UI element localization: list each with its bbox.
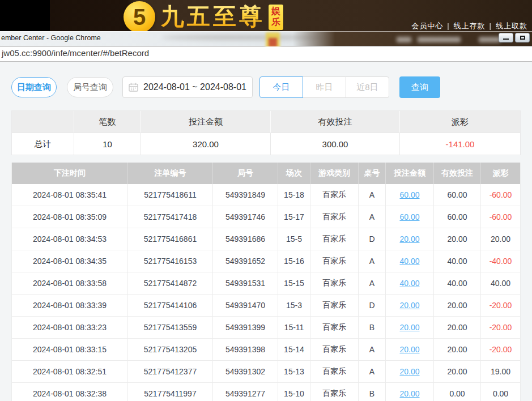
badge-char: 乐 bbox=[271, 17, 280, 27]
cell-valid-bet: 20.00 bbox=[434, 228, 481, 250]
url-text: jw05.cc:9900/infe/mcenter/#/betRecord bbox=[0, 46, 532, 58]
date-range-input[interactable]: 2024-08-01 ~ 2024-08-01 bbox=[122, 76, 253, 98]
cell-valid-bet: 60.00 bbox=[434, 184, 481, 206]
cell-session: 15-16 bbox=[278, 250, 310, 272]
cell-valid-bet: 60.00 bbox=[434, 206, 481, 228]
quick-today-button[interactable]: 今日 bbox=[259, 76, 303, 98]
cell-table-number: A bbox=[359, 361, 386, 382]
cell-game-type: 百家乐 bbox=[310, 206, 359, 228]
quick-yesterday-button[interactable]: 昨日 bbox=[303, 76, 346, 98]
bet-amount-link[interactable]: 60.00 bbox=[399, 212, 419, 221]
maximize-icon bbox=[520, 36, 525, 40]
header-table-number: 桌号 bbox=[359, 163, 386, 184]
cell-game-type: 百家乐 bbox=[310, 250, 359, 272]
bet-amount-link[interactable]: 20.00 bbox=[399, 323, 419, 332]
tab-date-query[interactable]: 日期查询 bbox=[11, 77, 57, 97]
cell-payout: 0.00 bbox=[481, 383, 520, 401]
cell-game-type: 百家乐 bbox=[310, 184, 359, 206]
cell-round-number: 549391686 bbox=[213, 228, 278, 250]
corner-black-box bbox=[0, 0, 50, 31]
summary-count-value: 10 bbox=[74, 133, 141, 155]
table-row: 2024-08-01 08:33:39 521775414106 5493914… bbox=[12, 295, 520, 317]
nav-online-deposit[interactable]: 线上存款 bbox=[454, 22, 486, 30]
nav-member-center[interactable]: 会员中心 bbox=[411, 22, 443, 30]
cell-valid-bet: 20.00 bbox=[434, 295, 481, 316]
cell-bet-id: 521775411997 bbox=[128, 383, 213, 401]
summary-header-valid-bet: 有效投注 bbox=[271, 111, 400, 133]
header-bet-time: 下注时间 bbox=[12, 163, 128, 184]
cell-session: 15-17 bbox=[278, 206, 310, 228]
cell-table-number: A bbox=[359, 206, 386, 228]
cell-bet-time: 2024-08-01 08:35:09 bbox=[12, 206, 128, 228]
summary-total-label: 总计 bbox=[12, 133, 74, 155]
cell-session: 15-15 bbox=[278, 272, 310, 294]
table-row: 2024-08-01 08:35:09 521775417418 5493917… bbox=[12, 206, 520, 228]
cell-round-number: 549391652 bbox=[213, 250, 278, 272]
header-session: 场次 bbox=[278, 163, 310, 184]
cell-bet-id: 521775412377 bbox=[128, 361, 213, 382]
cell-valid-bet: 40.00 bbox=[434, 250, 481, 272]
cell-bet-id: 521775416861 bbox=[128, 228, 213, 250]
blurred-account-info bbox=[418, 37, 461, 42]
bet-amount-link[interactable]: 20.00 bbox=[399, 301, 419, 310]
cell-round-number: 549391399 bbox=[213, 317, 278, 338]
bet-amount-link[interactable]: 20.00 bbox=[399, 345, 419, 354]
header-bet-id: 注单编号 bbox=[128, 163, 213, 184]
summary-table: 笔数 投注金额 有效投注 派彩 总计 10 320.00 300.00 -141… bbox=[11, 110, 521, 155]
cell-bet-id: 521775413205 bbox=[128, 339, 213, 360]
bet-table-rows: 2024-08-01 08:35:41 521775418611 5493918… bbox=[12, 184, 520, 401]
header-nav: 会员中心|线上存款|线上取款 bbox=[411, 21, 527, 31]
maximize-button[interactable] bbox=[515, 33, 530, 42]
cell-round-number: 549391302 bbox=[213, 361, 278, 382]
cell-table-number: D bbox=[359, 228, 386, 250]
summary-valid-bet-value: 300.00 bbox=[271, 133, 400, 155]
cell-bet-id: 521775413559 bbox=[128, 317, 213, 338]
cell-bet-id: 521775416153 bbox=[128, 250, 213, 272]
cell-round-number: 549391746 bbox=[213, 206, 278, 228]
calendar-icon bbox=[129, 83, 138, 92]
bet-amount-link[interactable]: 60.00 bbox=[399, 190, 419, 199]
summary-header-payout: 派彩 bbox=[400, 111, 520, 133]
cell-session: 15-10 bbox=[278, 383, 310, 401]
bet-amount-link[interactable]: 20.00 bbox=[399, 234, 419, 244]
header-round-number: 局号 bbox=[213, 163, 278, 184]
browser-url-bar[interactable]: jw05.cc:9900/infe/mcenter/#/betRecord bbox=[0, 46, 532, 62]
cell-bet-id: 521775414106 bbox=[128, 295, 213, 316]
cell-payout: 20.00 bbox=[481, 228, 520, 250]
cell-bet-time: 2024-08-01 08:34:35 bbox=[12, 250, 128, 272]
header-game-type: 游戏类别 bbox=[310, 163, 359, 184]
cell-valid-bet: 20.00 bbox=[434, 361, 481, 382]
table-row: 2024-08-01 08:32:51 521775412377 5493913… bbox=[12, 361, 520, 383]
bet-amount-link[interactable]: 20.00 bbox=[399, 367, 419, 376]
cell-session: 15-14 bbox=[278, 339, 310, 360]
cell-bet-id: 521775418611 bbox=[128, 184, 213, 206]
cell-game-type: 百家乐 bbox=[310, 361, 359, 382]
cell-session: 15-13 bbox=[278, 361, 310, 382]
cell-game-type: 百家乐 bbox=[310, 339, 359, 360]
table-row: 2024-08-01 08:34:35 521775416153 5493916… bbox=[12, 250, 520, 272]
filter-bar: 日期查询 局号查询 2024-08-01 ~ 2024-08-01 今日 昨日 … bbox=[11, 76, 440, 98]
cell-table-number: B bbox=[359, 383, 386, 401]
cell-game-type: 百家乐 bbox=[310, 295, 359, 316]
bet-amount-link[interactable]: 40.00 bbox=[399, 279, 419, 288]
tab-round-query[interactable]: 局号查询 bbox=[67, 77, 113, 97]
cell-bet-time: 2024-08-01 08:33:39 bbox=[12, 295, 128, 316]
cell-payout: -60.00 bbox=[481, 184, 520, 206]
bet-table-header: 下注时间 注单编号 局号 场次 游戏类别 桌号 投注金额 有效投注 派彩 bbox=[12, 163, 520, 184]
minimize-button[interactable] bbox=[499, 33, 513, 42]
cell-table-number: D bbox=[359, 295, 386, 316]
summary-header: 笔数 投注金额 有效投注 派彩 bbox=[12, 111, 520, 133]
cell-payout: -60.00 bbox=[481, 206, 520, 228]
logo-circle-icon: 5 bbox=[124, 1, 155, 31]
header-bet-amount: 投注金额 bbox=[386, 163, 434, 184]
blurred-account-info bbox=[479, 37, 500, 42]
cell-game-type: 百家乐 bbox=[310, 228, 359, 250]
cell-table-number: A bbox=[359, 272, 386, 294]
cell-bet-time: 2024-08-01 08:33:23 bbox=[12, 317, 128, 338]
quick-last8days-button[interactable]: 近8日 bbox=[346, 76, 389, 98]
search-button[interactable]: 查询 bbox=[399, 76, 440, 98]
nav-online-withdraw[interactable]: 线上取款 bbox=[496, 22, 527, 30]
table-row: 2024-08-01 08:32:38 521775411997 5493912… bbox=[12, 383, 520, 401]
bet-amount-link[interactable]: 40.00 bbox=[399, 257, 419, 266]
bet-amount-link[interactable]: 20.00 bbox=[399, 389, 419, 398]
